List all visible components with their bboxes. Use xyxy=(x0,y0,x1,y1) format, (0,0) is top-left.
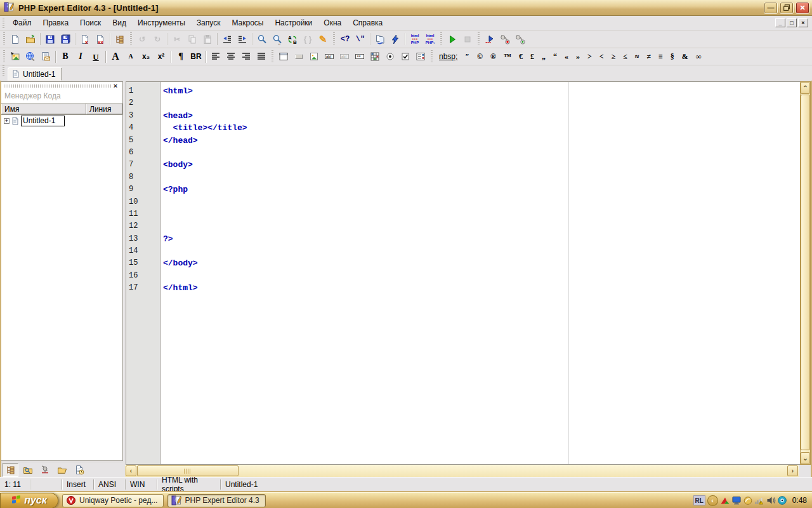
tabbar-grip[interactable] xyxy=(1,65,6,76)
line-break-button[interactable]: BR xyxy=(188,50,204,64)
entity-button[interactable]: « xyxy=(561,50,572,64)
toolbar-grip[interactable] xyxy=(439,32,443,45)
bold-button[interactable]: B xyxy=(58,50,73,64)
toolbar-grip[interactable] xyxy=(476,32,481,45)
close-file-button[interactable]: x xyxy=(77,32,93,46)
entity-button[interactable]: < xyxy=(596,50,608,64)
menu-макросы[interactable]: Макросы xyxy=(226,17,269,29)
toolbar-grip[interactable] xyxy=(270,50,275,63)
find-button[interactable] xyxy=(254,32,270,46)
horizontal-scrollbar[interactable]: ‹ › xyxy=(125,465,799,477)
insert-radio-button[interactable] xyxy=(383,50,398,64)
swap-ab-button[interactable]: AB xyxy=(285,32,300,46)
code-line[interactable] xyxy=(163,208,801,220)
italic-button[interactable]: I xyxy=(73,50,88,64)
entity-button[interactable]: “ xyxy=(549,50,561,64)
code-line[interactable]: <html> xyxy=(163,85,801,97)
toolbar-grip[interactable] xyxy=(429,50,434,63)
scroll-up-icon[interactable]: ⌃ xyxy=(801,82,810,94)
menu-запуск[interactable]: Запуск xyxy=(191,17,226,29)
insert-text-input-button[interactable]: ab| xyxy=(322,50,337,64)
mdi-minimize-button[interactable]: _ xyxy=(775,18,785,27)
entity-button[interactable]: „ xyxy=(538,50,549,64)
close-button[interactable]: ✕ xyxy=(796,2,809,14)
entity-button[interactable]: ″ xyxy=(461,50,473,64)
escape-quotes-button[interactable]: \" xyxy=(353,32,368,46)
code-line[interactable] xyxy=(163,171,801,184)
code-line[interactable] xyxy=(163,97,801,109)
monitor-icon[interactable] xyxy=(731,495,742,505)
close-all-button[interactable]: xx xyxy=(93,32,108,46)
taskbar-task-uniqway[interactable]: Uniqway Poetic - ред... xyxy=(62,494,164,507)
underline-button[interactable]: U xyxy=(88,50,103,64)
scroll-right-icon[interactable]: › xyxy=(787,465,798,476)
new-file-button[interactable] xyxy=(8,32,23,46)
code-line[interactable]: ?> xyxy=(163,233,801,245)
html-to-php-button[interactable]: html+++PHP xyxy=(407,32,422,46)
insert-image-field-button[interactable] xyxy=(306,50,322,64)
vertical-scrollbar[interactable]: ⌃ ⌄ xyxy=(800,81,811,465)
font-smaller-button[interactable]: A xyxy=(123,50,138,64)
menu-настройки[interactable]: Настройки xyxy=(269,17,318,29)
tray-collapse-icon[interactable]: ‹ xyxy=(707,495,718,506)
scroll-left-icon[interactable]: ‹ xyxy=(126,465,136,476)
entity-button[interactable]: ® xyxy=(487,50,500,64)
entity-button[interactable]: ≡ xyxy=(655,50,667,64)
entity-button[interactable]: nbsp; xyxy=(435,50,461,64)
recent-files-button[interactable] xyxy=(71,463,87,477)
scroll-down-icon[interactable]: ⌄ xyxy=(801,452,810,464)
start-button[interactable]: пуск xyxy=(0,493,58,508)
entity-button[interactable]: > xyxy=(584,50,596,64)
run-in-browser-button[interactable] xyxy=(482,32,497,46)
insert-textarea-button[interactable]: ab| xyxy=(337,50,352,64)
save-button[interactable] xyxy=(43,32,58,46)
macro-record-button[interactable] xyxy=(497,32,513,46)
convert-document-button[interactable] xyxy=(372,32,388,46)
entity-button[interactable]: ≤ xyxy=(619,50,631,64)
insert-frame-button[interactable] xyxy=(276,50,291,64)
entity-button[interactable]: © xyxy=(473,50,487,64)
code-line[interactable] xyxy=(163,245,801,257)
insert-hyperlink-button[interactable] xyxy=(23,50,38,64)
php-tags-button[interactable]: <? xyxy=(337,32,353,46)
superscript-button[interactable]: x² xyxy=(154,50,169,64)
column-header-name[interactable]: Имя xyxy=(1,104,86,114)
entity-button[interactable]: & xyxy=(678,50,692,64)
code-line[interactable]: <title></title> xyxy=(163,122,801,134)
code-line[interactable] xyxy=(163,147,801,159)
dish-icon[interactable] xyxy=(743,495,753,505)
code-explorer-button[interactable] xyxy=(112,32,128,46)
entity-button[interactable]: ≠ xyxy=(643,50,655,64)
vertical-scroll-thumb[interactable] xyxy=(801,95,810,450)
restore-button[interactable] xyxy=(780,2,794,14)
toolbar-grip[interactable] xyxy=(129,32,133,45)
menu-вид[interactable]: Вид xyxy=(107,17,132,29)
tab-untitled-1[interactable]: Untitled-1 xyxy=(8,67,62,81)
menubar-grip[interactable] xyxy=(1,18,6,28)
menu-инструменты[interactable]: Инструменты xyxy=(132,17,191,29)
entity-button[interactable]: » xyxy=(572,50,584,64)
entity-button[interactable]: ∞ xyxy=(692,50,705,64)
entity-button[interactable]: £ xyxy=(527,50,538,64)
run-button[interactable] xyxy=(445,32,460,46)
ftp-button[interactable] xyxy=(37,463,53,477)
align-center-button[interactable] xyxy=(223,50,239,64)
insert-password-button[interactable]: ** xyxy=(352,50,367,64)
menu-справка[interactable]: Справка xyxy=(347,17,388,29)
minimize-button[interactable]: — xyxy=(764,2,778,14)
taskbar-task-php-expert-editor[interactable]: phpPHP Expert Editor 4.3 xyxy=(167,494,265,507)
subscript-button[interactable]: x₂ xyxy=(138,50,154,64)
code-text[interactable]: <html><head> <title></title></head><body… xyxy=(162,82,801,295)
unindent-button[interactable] xyxy=(219,32,235,46)
toolbar-grip[interactable] xyxy=(2,50,6,63)
menu-поиск[interactable]: Поиск xyxy=(74,17,107,29)
code-line[interactable]: </body> xyxy=(163,257,801,269)
open-file-button[interactable] xyxy=(23,32,38,46)
entity-button[interactable]: ≈ xyxy=(631,50,643,64)
signal-warning-icon[interactable] xyxy=(754,495,764,505)
mdi-maximize-button[interactable]: □ xyxy=(787,18,797,27)
insert-page-button[interactable] xyxy=(38,50,53,64)
tree-item-untitled-1[interactable]: + Untitled-1 xyxy=(1,115,122,126)
html-to-php-echo-button[interactable]: html+++PHP: xyxy=(422,32,438,46)
horizontal-scroll-thumb[interactable] xyxy=(137,465,239,476)
